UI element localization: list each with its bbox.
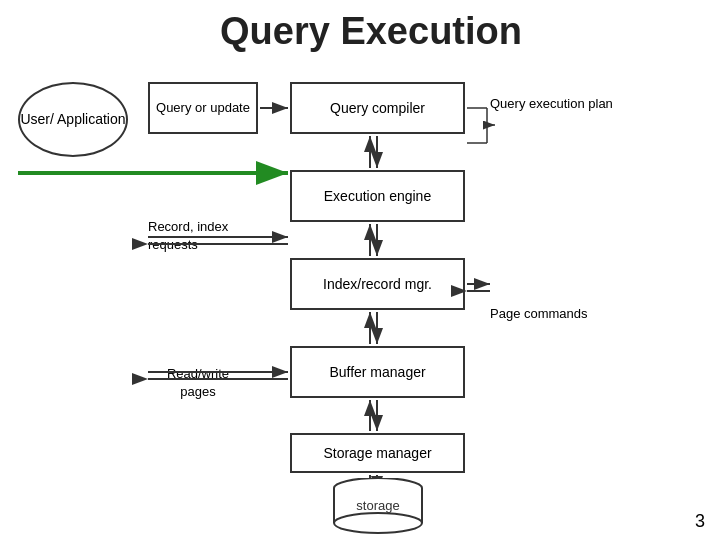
page-title: Query Execution: [220, 10, 522, 53]
execution-engine-box: Execution engine: [290, 170, 465, 222]
query-update-box: Query or update: [148, 82, 258, 134]
query-update-label: Query or update: [156, 100, 250, 117]
buffer-manager-label: Buffer manager: [329, 364, 425, 380]
storage-manager-box: Storage manager: [290, 433, 465, 473]
storage-cylinder: storage: [330, 478, 426, 534]
query-compiler-box: Query compiler: [290, 82, 465, 134]
index-record-label: Index/record mgr.: [323, 276, 432, 292]
readwrite-pages-label: Read/write pages: [148, 365, 248, 401]
page-number: 3: [695, 511, 705, 532]
storage-text: storage: [356, 498, 399, 513]
storage-manager-label: Storage manager: [323, 445, 431, 461]
buffer-manager-box: Buffer manager: [290, 346, 465, 398]
record-index-requests-label: Record, index requests: [148, 218, 278, 254]
query-compiler-label: Query compiler: [330, 100, 425, 116]
index-record-box: Index/record mgr.: [290, 258, 465, 310]
exec-plan-label: Query execution plan: [490, 95, 620, 113]
user-application-label: User/ Application: [20, 110, 125, 128]
svg-point-7: [334, 513, 422, 533]
user-application-node: User/ Application: [18, 82, 128, 157]
execution-engine-label: Execution engine: [324, 188, 431, 204]
page-commands-label: Page commands: [490, 305, 590, 323]
